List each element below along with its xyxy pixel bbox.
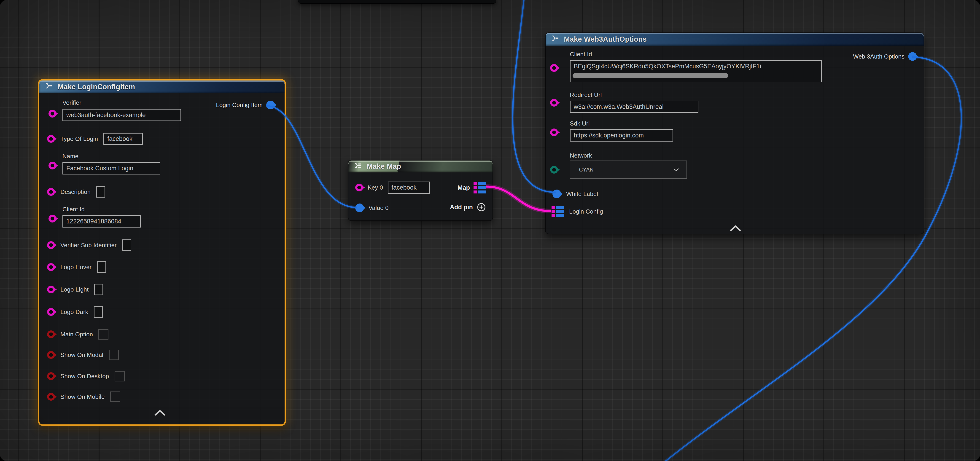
web3auth-options-output-pin[interactable] [908,52,917,61]
main-option-label: Main Option [60,331,93,338]
chevron-down-icon [673,168,679,172]
login-config-pin[interactable] [552,206,564,217]
sdk-url-label: Sdk Url [570,120,590,127]
logo-light-pin[interactable] [47,286,55,293]
client-id-label: Client Id [570,51,592,58]
pin-row-logo-hover: Logo Hover [47,261,106,273]
logo-dark-pin[interactable] [47,308,55,316]
pin-row-verifier-sub-identifier: Verifier Sub Identifier [47,239,131,251]
pin-row-logo-dark: Logo Dark [47,306,103,318]
logo-dark-input[interactable] [94,306,103,318]
show-on-mobile-checkbox[interactable] [110,391,120,402]
login-config-label: Login Config [569,208,603,215]
type-of-login-pin[interactable] [47,135,55,143]
logo-light-label: Logo Light [60,286,89,293]
make-struct-icon [550,35,560,44]
show-on-desktop-label: Show On Desktop [60,373,109,380]
pin-row-logo-light: Logo Light [47,283,103,296]
logo-hover-pin[interactable] [47,263,55,271]
make-map-icon [353,162,363,171]
client-id-pin[interactable] [48,215,56,223]
network-label: Network [570,152,592,159]
type-of-login-input[interactable]: facebook [103,133,143,145]
collapse-chevron-icon[interactable] [153,409,167,416]
output-web3auth-options: Web 3Auth Options [853,52,917,61]
node-title: Make LoginConfigItem [58,83,135,91]
client-id-input[interactable]: BEglQSgt4cUWcj6SKRdu5QkOXTsePmMcusG5EAoy… [570,60,822,82]
main-option-pin[interactable] [47,331,55,338]
add-pin-label: Add pin [450,204,473,211]
logo-hover-label: Logo Hover [60,264,92,271]
verifier-input[interactable]: web3auth-facebook-example [62,109,181,121]
logo-dark-label: Logo Dark [60,308,88,316]
show-on-desktop-pin[interactable] [47,372,55,380]
field-scrollbar[interactable] [573,73,728,78]
offscreen-node[interactable] [298,0,496,4]
node-header[interactable]: Make LoginConfigItem [39,81,285,93]
map-output-label: Map [458,184,470,191]
client-id-label: Client Id [62,206,84,213]
redirect-url-pin[interactable] [550,99,558,107]
key0-pin[interactable] [355,184,363,191]
name-pin[interactable] [48,162,56,169]
show-on-mobile-label: Show On Mobile [60,393,105,401]
make-struct-icon [44,82,54,92]
node-title: Make Map [367,162,401,170]
client-id-pin[interactable] [550,64,558,72]
output-pin-label: Login Config Item [216,102,262,109]
network-dropdown-value: CYAN [579,167,593,173]
value0-label: Value 0 [369,204,389,211]
key0-input[interactable]: facebook [388,181,430,194]
verifier-pin[interactable] [48,110,56,118]
pin-row-show-on-modal: Show On Modal [47,349,119,361]
collapse-chevron-icon[interactable] [729,224,742,231]
verifier-sub-identifier-pin[interactable] [47,241,55,249]
add-pin-row: Add pin [450,202,486,212]
white-label-label: White Label [566,191,598,197]
map-output-pin[interactable] [474,182,486,194]
pin-row-show-on-mobile: Show On Mobile [47,391,120,403]
white-label-pin[interactable] [552,189,561,198]
sdk-url-input[interactable]: https://sdk.openlogin.com [570,129,673,141]
output-map: Map [458,182,486,194]
show-on-desktop-checkbox[interactable] [115,371,125,382]
node-make-loginconfigitem[interactable]: Make LoginConfigItem Login Config Item V… [38,79,286,426]
logo-light-input[interactable] [94,284,103,295]
wire-map-to-login-config[interactable] [486,187,551,211]
pin-row-login-config: Login Config [552,205,603,218]
node-header[interactable]: Make Web3AuthOptions [546,33,924,46]
node-make-web3authoptions[interactable]: Make Web3AuthOptions Web 3Auth Options C… [545,32,924,234]
name-label: Name [62,153,78,160]
node-make-map[interactable]: Make Map Key 0 facebook Map Value 0 [348,160,493,221]
network-dropdown[interactable]: CYAN [570,161,687,179]
verifier-sub-identifier-input[interactable] [122,239,131,251]
redirect-url-label: Redirect Url [570,91,602,99]
login-config-item-output-pin[interactable] [266,101,275,109]
logo-hover-input[interactable] [97,261,106,273]
main-option-checkbox[interactable] [99,329,108,340]
web3auth-options-output-label: Web 3Auth Options [853,53,905,60]
value0-pin[interactable] [355,203,364,212]
node-header[interactable]: Make Map [348,161,493,172]
type-of-login-label: Type Of Login [60,135,98,143]
description-input[interactable] [96,186,105,197]
show-on-mobile-pin[interactable] [47,393,55,401]
client-id-input[interactable]: 1222658941886084 [62,215,141,227]
node-title: Make Web3AuthOptions [564,35,647,43]
verifier-sub-identifier-label: Verifier Sub Identifier [60,242,117,249]
show-on-modal-checkbox[interactable] [109,350,119,360]
blueprint-canvas[interactable]: Make LoginConfigItem Login Config Item V… [0,0,980,461]
sdk-url-pin[interactable] [550,129,558,136]
add-pin-icon[interactable] [477,202,486,212]
pin-row-value0: Value 0 [355,202,389,214]
name-input[interactable]: Facebook Custom Login [62,162,161,175]
blueprint-editor: Make LoginConfigItem Login Config Item V… [0,0,980,461]
pin-row-white-label: White Label [552,188,598,200]
pin-row-key0: Key 0 facebook [355,181,430,194]
key0-label: Key 0 [368,184,383,191]
show-on-modal-label: Show On Modal [60,351,103,359]
show-on-modal-pin[interactable] [47,351,55,359]
network-pin[interactable] [550,166,558,173]
description-pin[interactable] [47,188,55,196]
redirect-url-input[interactable]: w3a://com.w3a.Web3AuthUnreal [570,101,698,113]
